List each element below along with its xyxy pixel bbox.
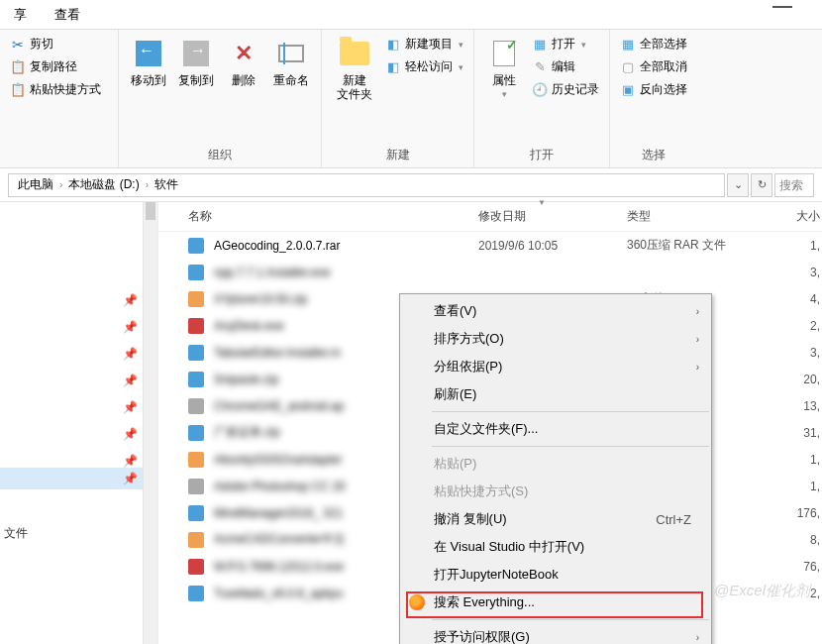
ctx-paste: 粘贴(P) [400, 450, 711, 478]
file-size: 3, [771, 346, 820, 360]
file-icon [188, 586, 204, 601]
file-size: 1, [771, 480, 820, 493]
copy-path-button[interactable]: 复制路径 [6, 56, 105, 77]
file-row[interactable]: AGeocoding_2.0.0.7.rar2019/9/6 10:05360压… [158, 232, 822, 259]
copy-to-button[interactable]: 复制到 [172, 34, 220, 91]
cut-button[interactable]: 剪切 [6, 34, 105, 54]
folder-icon [340, 42, 369, 65]
ctx-undo[interactable]: 撤消 复制(U)Ctrl+Z [400, 505, 711, 533]
easy-access-icon [385, 59, 401, 75]
new-folder-button[interactable]: 新建 文件夹 [328, 34, 381, 105]
group-label-organize: 组织 [125, 145, 315, 167]
easy-access-button[interactable]: 轻松访问▾ [381, 56, 467, 77]
nav-pane: 📌 📌 📌 📌 📌 📌 📌 📌 文件 [0, 202, 158, 644]
col-header-size[interactable]: 大小 [771, 208, 820, 225]
select-all-button[interactable]: 全部选择 [616, 34, 691, 54]
pin-icon: 📌 [123, 454, 138, 468]
search-input[interactable]: 搜索 [774, 173, 814, 197]
pin-icon: 📌 [123, 374, 138, 387]
properties-button[interactable]: 属性▾ [480, 34, 528, 105]
edit-icon [532, 59, 548, 75]
nav-selected-item[interactable] [0, 468, 143, 489]
file-name: npp.7.7.1.Installer.exe [214, 266, 478, 279]
address-dropdown[interactable]: ⌄ [727, 173, 749, 197]
file-icon [188, 238, 204, 254]
file-size: 176, [771, 506, 820, 520]
ctx-group[interactable]: 分组依据(P)› [400, 353, 711, 380]
file-icon [188, 425, 204, 441]
file-size: 1, [771, 453, 820, 467]
ribbon-tabs: 享 查看 [0, 0, 822, 30]
file-icon [188, 479, 204, 494]
col-header-type[interactable]: 类型 [627, 208, 771, 225]
pin-icon: 📌 [123, 427, 138, 441]
minimize-button[interactable] [772, 6, 792, 8]
ctx-open-jupyter[interactable]: 打开JupyterNoteBook [400, 561, 711, 589]
select-none-button[interactable]: 全部取消 [616, 56, 691, 77]
new-item-button[interactable]: 新建项目▾ [381, 34, 467, 54]
edit-button[interactable]: 编辑 [528, 56, 603, 77]
everything-icon [409, 594, 425, 610]
file-icon [188, 398, 204, 414]
group-label-open: 打开 [480, 145, 603, 167]
pin-icon: 📌 [123, 472, 138, 485]
tab-view[interactable]: 查看 [41, 0, 94, 30]
file-icon [188, 345, 204, 361]
invert-selection-button[interactable]: 反向选择 [616, 79, 691, 100]
ctx-sort[interactable]: 排序方式(O)› [400, 325, 711, 353]
ctx-open-visual-studio[interactable]: 在 Visual Studio 中打开(V) [400, 533, 711, 561]
file-date: 2019/9/6 10:05 [478, 239, 627, 253]
refresh-button[interactable]: ↻ [751, 173, 772, 197]
chevron-right-icon: › [696, 632, 699, 643]
ctx-refresh[interactable]: 刷新(E) [400, 380, 711, 408]
group-label-new: 新建 [328, 145, 467, 167]
ctx-grant-access[interactable]: 授予访问权限(G)› [400, 623, 711, 644]
rename-icon [278, 45, 304, 62]
col-header-name[interactable]: 名称 [188, 208, 478, 225]
ctx-customize-folder[interactable]: 自定义文件夹(F)... [400, 415, 711, 443]
file-icon [188, 265, 204, 280]
open-button[interactable]: 打开▾ [528, 34, 603, 54]
scissors-icon [10, 37, 26, 53]
file-row[interactable]: npp.7.7.1.Installer.exe3, [158, 259, 822, 285]
select-none-icon [620, 59, 636, 75]
properties-icon [493, 41, 515, 66]
history-button[interactable]: 历史记录 [528, 79, 603, 100]
paste-shortcut-button[interactable]: 粘贴快捷方式 [6, 79, 105, 100]
delete-button[interactable]: 删除 [220, 34, 267, 91]
ctx-search-everything[interactable]: 搜索 Everything... [400, 589, 711, 616]
move-to-button[interactable]: 移动到 [125, 34, 172, 91]
file-icon [188, 291, 204, 307]
file-icon [188, 559, 204, 575]
col-header-date[interactable]: 修改日期 [478, 208, 627, 225]
chevron-right-icon: › [696, 334, 699, 345]
crumb-this-pc[interactable]: 此电脑 [15, 176, 56, 193]
file-size: 76, [771, 560, 820, 574]
copy-to-icon [183, 41, 209, 66]
ctx-view[interactable]: 查看(V)› [400, 297, 711, 325]
file-size: 4, [771, 292, 820, 306]
nav-item-files[interactable]: 文件 [4, 525, 28, 542]
tab-share[interactable]: 享 [0, 0, 41, 30]
file-size: 2, [771, 319, 820, 333]
file-icon [188, 505, 204, 521]
context-menu: 查看(V)› 排序方式(O)› 分组依据(P)› 刷新(E) 自定义文件夹(F)… [399, 293, 712, 644]
new-item-icon [385, 37, 401, 53]
crumb-drive-d[interactable]: 本地磁盘 (D:) [65, 176, 142, 193]
file-list-header: 名称 修改日期 类型 大小 [158, 202, 822, 232]
invert-selection-icon [620, 82, 636, 98]
group-label-select: 选择 [616, 145, 691, 167]
file-icon [188, 532, 204, 548]
copy-icon [10, 59, 26, 75]
pin-icon: 📌 [123, 320, 138, 334]
file-name: AGeocoding_2.0.0.7.rar [214, 239, 478, 253]
file-size: 31, [771, 426, 820, 440]
breadcrumb[interactable]: 此电脑› 本地磁盘 (D:)› 软件 [8, 173, 725, 197]
delete-icon [228, 38, 259, 69]
rename-button[interactable]: 重命名 [267, 34, 315, 91]
paste-icon [10, 82, 26, 98]
pin-icon: 📌 [123, 293, 138, 307]
crumb-software[interactable]: 软件 [152, 176, 181, 193]
nav-scrollbar[interactable] [143, 202, 157, 644]
pin-icon: 📌 [123, 347, 138, 361]
